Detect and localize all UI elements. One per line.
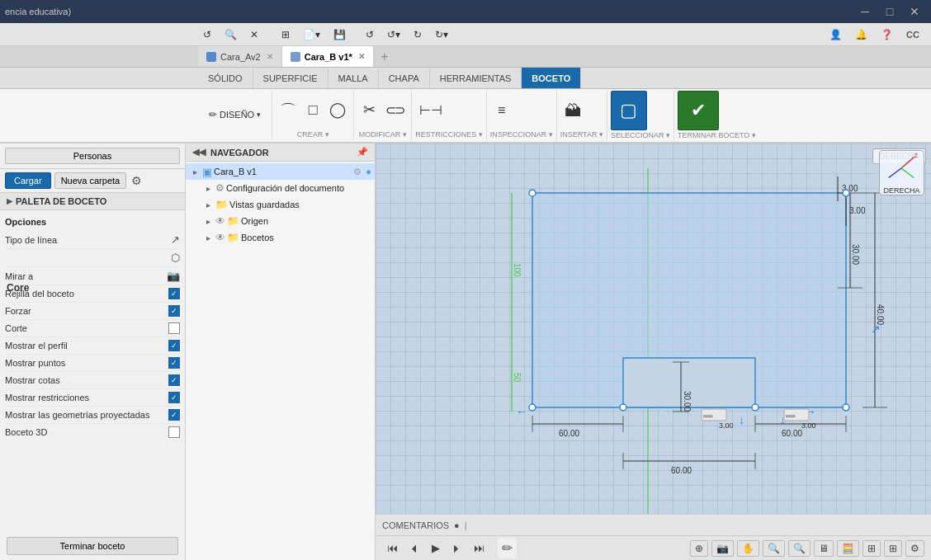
cat-tab-superficie[interactable]: SUPERFICIE — [253, 68, 328, 88]
maximize-button[interactable]: □ — [878, 3, 901, 20]
comments-label: COMENTARIOS — [382, 520, 449, 530]
crear-arc-button[interactable]: ⌒ — [276, 99, 300, 122]
zoom-fit-button[interactable]: 🔍 — [763, 540, 785, 557]
notification-button[interactable]: 🔔 — [850, 26, 872, 43]
paleta-arrow-icon: ▶ — [7, 197, 12, 205]
close-doc-button[interactable]: ✕ — [245, 26, 263, 43]
crear-rect-button[interactable]: □ — [301, 100, 324, 121]
nav-pin-icon[interactable]: 📌 — [357, 147, 368, 158]
minimize-button[interactable]: ─ — [853, 3, 877, 20]
nav-item-bocetos[interactable]: ▸ 👁 📁 Bocetos — [186, 229, 375, 246]
grid-button[interactable]: ⊞ — [276, 26, 295, 43]
zoom-button[interactable]: 🔍 — [788, 540, 810, 557]
nav-item-config[interactable]: ▸ ⚙ Configuración del documento — [186, 180, 375, 196]
cat-tab-solido[interactable]: SÓLIDO — [198, 68, 253, 88]
settings-button[interactable]: ⚙ — [905, 540, 924, 557]
nav-item-vistas[interactable]: ▸ 📁 Vistas guardadas — [186, 196, 375, 213]
corte-checkbox[interactable] — [168, 322, 180, 334]
restricciones-checkbox[interactable] — [168, 392, 180, 403]
cat-tab-malla[interactable]: MALLA — [328, 68, 379, 88]
insp-button[interactable]: ≡ — [490, 101, 513, 120]
crear-ellipse-button[interactable]: ◯ — [325, 100, 350, 121]
svg-text:↓: ↓ — [739, 413, 744, 426]
camera-button[interactable]: 📷 — [711, 540, 734, 557]
snap-button[interactable]: ⊕ — [690, 540, 708, 557]
diseno-button[interactable]: ✏ DISEÑO ▾ — [201, 105, 268, 125]
cotas-checkbox[interactable] — [168, 374, 180, 386]
cat-tab-boceto[interactable]: BOCETO — [522, 68, 581, 88]
geometrias-checkbox[interactable] — [168, 409, 180, 421]
first-frame-button[interactable]: ⏮ — [382, 539, 403, 557]
puntos-checkbox[interactable] — [168, 357, 180, 369]
new-tab-button[interactable]: + — [374, 46, 395, 67]
option-mostrar-perfil: Mostrar el perfil — [5, 337, 180, 355]
svg-text:100: 100 — [513, 263, 522, 277]
close-button[interactable]: ✕ — [903, 3, 926, 20]
nav-item-origen[interactable]: ▸ 👁 📁 Origen — [186, 213, 375, 229]
cat-tab-herramientas[interactable]: HERRAMIENTAS — [430, 68, 522, 88]
grid-view-button[interactable]: ⊞ — [862, 540, 881, 557]
help-button[interactable]: ❓ — [876, 26, 898, 43]
seleccionar-button[interactable]: ▢ — [611, 91, 647, 130]
option-mostrar-geometrias: Mostrar las geometrías proyectadas — [5, 407, 180, 424]
nav-collapse-icon[interactable]: ◀◀ — [192, 147, 206, 158]
mod-trim-button[interactable]: ✂ — [357, 100, 380, 121]
nav-label-bocetos: Bocetos — [241, 233, 274, 242]
settings-gear-button[interactable]: ⚙ — [130, 172, 144, 189]
navigator-sidebar: ◀◀ NAVEGADOR 📌 ▸ ▣ Cara_B v1 ⚙ ● ▸ ⚙ Con… — [186, 144, 376, 560]
nav-settings-carabv1[interactable]: ⚙ — [353, 167, 362, 177]
search-button[interactable]: 🔍 — [220, 26, 242, 43]
option-mostrar-restricciones: Mostrar restricciones — [5, 389, 180, 407]
undo-button[interactable]: ↺ — [361, 26, 379, 43]
rb-group-insertar: 🏔 INSERTAR ▾ — [557, 91, 607, 140]
next-frame-button[interactable]: ⏵ — [447, 539, 467, 557]
tipo-linea-icon[interactable]: ↗ — [171, 233, 180, 246]
svg-point-37 — [529, 190, 536, 196]
boceto3d-checkbox[interactable] — [168, 426, 180, 438]
nav-item-carabv1[interactable]: ▸ ▣ Cara_B v1 ⚙ ● — [186, 163, 375, 180]
insertar-button[interactable]: 🏔 — [560, 99, 585, 122]
play-button[interactable]: ▶ — [427, 539, 445, 557]
close-tab-cara-av2[interactable]: ✕ — [267, 52, 273, 61]
rest-button[interactable]: ⊢⊣ — [415, 101, 447, 120]
personas-button[interactable]: Personas — [5, 148, 180, 164]
measure-button[interactable]: 🧮 — [837, 540, 859, 557]
cat-tab-chapa[interactable]: CHAPA — [379, 68, 430, 88]
undo-arrow-button[interactable]: ↺▾ — [382, 26, 405, 43]
nav-badge-carabv1[interactable]: ● — [366, 167, 371, 176]
cargar-button[interactable]: Cargar — [5, 172, 51, 189]
nueva-carpeta-button[interactable]: Nueva carpeta — [54, 172, 127, 189]
mod-offset-button[interactable]: ⊂⊃ — [381, 101, 408, 120]
rb-group-modificar: ✂ ⊂⊃ MODIFICAR ▾ — [354, 91, 412, 140]
camera-icon[interactable]: ⬡ — [171, 252, 180, 264]
perfil-checkbox[interactable] — [168, 340, 180, 351]
sketch-tool-button[interactable]: ✏ — [498, 538, 517, 558]
seleccionar-label: SELECCIONAR ▾ — [611, 130, 670, 141]
last-frame-button[interactable]: ⏭ — [469, 539, 489, 557]
save-button[interactable]: 💾 — [328, 26, 351, 43]
user-icon-button[interactable]: 👤 — [825, 26, 847, 43]
file-tab-cara-bv1[interactable]: Cara_B v1* ✕ — [282, 46, 374, 67]
forzar-checkbox[interactable] — [168, 305, 180, 317]
nav-label-config: Configuración del documento — [226, 183, 344, 193]
more-button[interactable]: ⊞ — [884, 540, 902, 557]
close-tab-cara-bv1[interactable]: ✕ — [358, 52, 365, 61]
option-boceto-3d: Boceto 3D — [5, 424, 180, 440]
refresh-button[interactable]: ↺ — [198, 26, 216, 43]
prev-frame-button[interactable]: ⏴ — [404, 539, 425, 557]
nav-arrow-carabv1: ▸ — [189, 167, 201, 176]
nav-arrow-vistas: ▸ — [202, 200, 214, 209]
modificar-label: MODIFICAR ▾ — [357, 129, 408, 140]
terminar-boceto-sidebar-button[interactable]: Terminar boceto — [7, 537, 178, 555]
display-button[interactable]: 🖥 — [814, 540, 834, 557]
file-menu-button[interactable]: 📄▾ — [298, 26, 325, 43]
playback-controls: ⏮ ⏴ ▶ ⏵ ⏭ — [382, 539, 489, 557]
comments-separator-icon: | — [465, 520, 467, 530]
terminar-boceto-button[interactable]: ✔ — [678, 91, 719, 130]
redo-button[interactable]: ↻ — [409, 26, 427, 43]
redo-arrow-button[interactable]: ↻▾ — [430, 26, 453, 43]
pan-button[interactable]: ✋ — [737, 540, 759, 557]
rb-group-seleccionar: ▢ SELECCIONAR ▾ — [607, 91, 674, 140]
file-tab-cara-av2[interactable]: Cara_Av2 ✕ — [198, 46, 282, 67]
sidebar-left: Personas Cargar Nueva carpeta ⚙ ▶ PALETA… — [0, 144, 186, 560]
